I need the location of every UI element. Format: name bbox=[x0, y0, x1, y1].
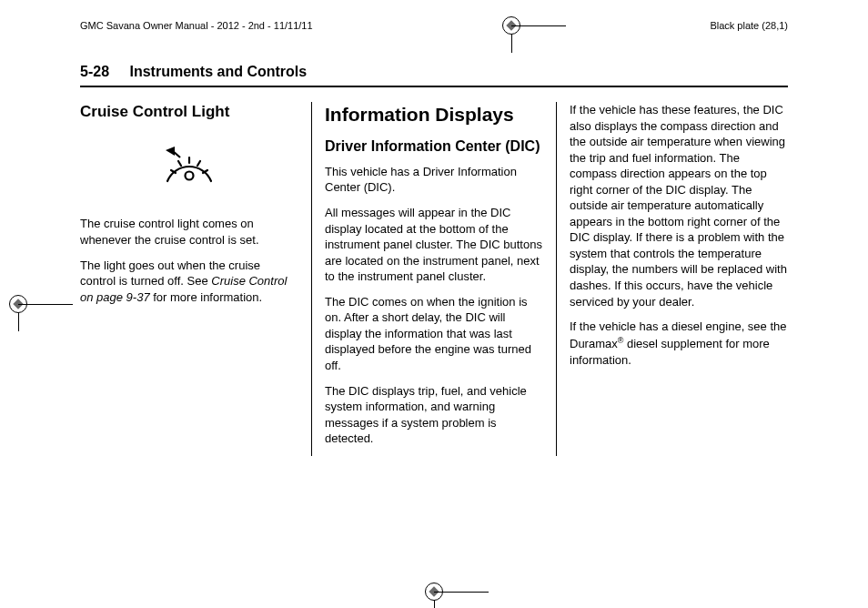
col1-p1: The cruise control light comes on whenev… bbox=[80, 216, 298, 248]
column-3: If the vehicle has these features, the D… bbox=[556, 102, 788, 456]
col2-heading-sub: Driver Information Center (DIC) bbox=[325, 137, 543, 157]
column-2: Information Displays Driver Information … bbox=[311, 102, 556, 456]
page-content: 5-28 Instruments and Controls Cruise Con… bbox=[80, 64, 788, 553]
page-number: 5-28 bbox=[80, 64, 109, 79]
svg-line-4 bbox=[197, 161, 200, 166]
col2-p3: The DIC comes on when the ignition is on… bbox=[325, 294, 543, 374]
cruise-control-icon bbox=[80, 143, 298, 193]
col1-heading: Cruise Control Light bbox=[80, 102, 298, 123]
col2-p4: The DIC displays trip, fuel, and vehicle… bbox=[325, 383, 543, 447]
column-1: Cruise Control Light The cr bbox=[80, 102, 311, 456]
columns: Cruise Control Light The cr bbox=[80, 102, 788, 456]
doc-title: GMC Savana Owner Manual - 2012 - 2nd - 1… bbox=[80, 20, 313, 31]
print-header: GMC Savana Owner Manual - 2012 - 2nd - 1… bbox=[80, 20, 788, 31]
col2-p2: All messages will appear in the DIC disp… bbox=[325, 205, 543, 285]
section-title: Instruments and Controls bbox=[129, 64, 307, 79]
svg-line-3 bbox=[178, 161, 181, 166]
svg-point-0 bbox=[186, 171, 194, 179]
col2-heading-main: Information Displays bbox=[325, 102, 543, 127]
col1-p2: The light goes out when the cruise contr… bbox=[80, 258, 298, 306]
page-header: 5-28 Instruments and Controls bbox=[80, 64, 788, 87]
col3-p2: If the vehicle has a diesel engine, see … bbox=[570, 319, 788, 368]
col3-p1: If the vehicle has these features, the D… bbox=[570, 102, 788, 309]
plate-info: Black plate (28,1) bbox=[710, 20, 788, 31]
col2-p1: This vehicle has a Driver Information Ce… bbox=[325, 164, 543, 196]
